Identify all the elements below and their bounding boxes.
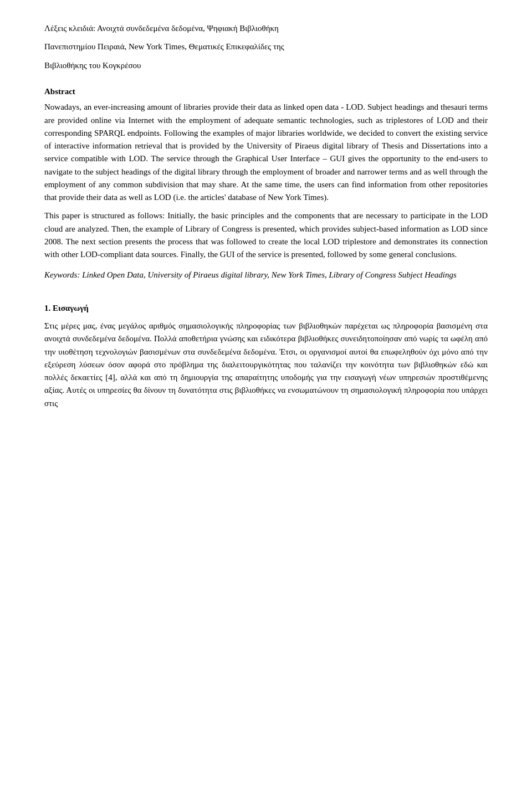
abstract-body: Nowadays, an ever-increasing amount of l… [44,101,488,261]
section1-paragraph1: Στις μέρες μας, ένας μεγάλος αριθμός σημ… [44,320,488,410]
keywords: Keywords: Linked Open Data, University o… [44,269,488,281]
abstract-paragraph1: Nowadays, an ever-increasing amount of l… [44,101,488,204]
title-line2: Πανεπιστημίου Πειραιά, New York Times, Θ… [44,40,488,53]
abstract-paragraph2: This paper is structured as follows: Ini… [44,209,488,261]
abstract-heading: Abstract [44,85,488,98]
section1-body: Στις μέρες μας, ένας μεγάλος αριθμός σημ… [44,320,488,410]
title-section: Λέξεις κλειδιά: Ανοιχτά συνδεδεμένα δεδο… [44,22,488,72]
document-container: Λέξεις κλειδιά: Ανοιχτά συνδεδεμένα δεδο… [44,22,488,410]
title-line1: Λέξεις κλειδιά: Ανοιχτά συνδεδεμένα δεδο… [44,22,488,35]
abstract-section: Abstract Nowadays, an ever-increasing am… [44,85,488,282]
section1-heading: 1. Εισαγωγή [44,302,488,315]
title-line3: Βιβλιοθήκης του Κογκρέσου [44,59,488,72]
section1: 1. Εισαγωγή Στις μέρες μας, ένας μεγάλος… [44,302,488,410]
